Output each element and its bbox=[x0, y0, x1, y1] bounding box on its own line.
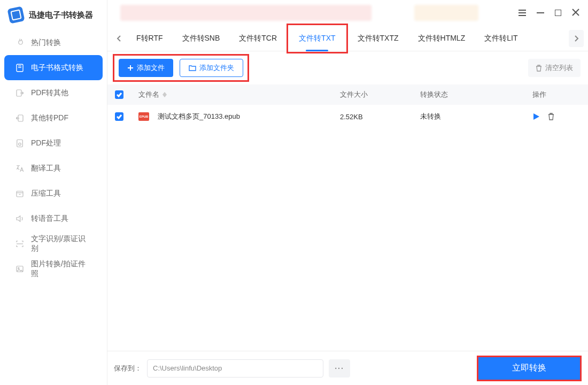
column-filename[interactable]: 文件名 bbox=[138, 90, 340, 99]
save-path-text: C:\Users\linfu\Desktop bbox=[153, 364, 222, 372]
row-checkbox[interactable] bbox=[115, 112, 123, 121]
add-folder-button[interactable]: 添加文件夹 bbox=[180, 59, 243, 77]
image-icon bbox=[15, 264, 25, 274]
sidebar: 迅捷电子书转换器 热门转换 电子书格式转换 PDF转其他 其他转PDF PDF处… bbox=[0, 0, 107, 385]
translate-icon bbox=[15, 164, 25, 173]
sidebar-item-label: PDF处理 bbox=[31, 138, 61, 148]
sort-icon bbox=[163, 92, 167, 97]
menu-icon[interactable] bbox=[519, 10, 526, 16]
tab-label: 文件转TXT bbox=[299, 34, 335, 43]
folder-icon bbox=[189, 65, 196, 71]
tab-label: 文件转TCR bbox=[239, 34, 277, 43]
table-row[interactable]: EPUB 测试文档多页_70133.epub 2.52KB 未转换 bbox=[107, 105, 588, 128]
column-label: 操作 bbox=[532, 90, 546, 98]
epub-icon: EPUB bbox=[138, 112, 149, 121]
button-label: 立即转换 bbox=[512, 363, 546, 374]
minimize-button[interactable] bbox=[537, 12, 544, 13]
tab-lit[interactable]: 文件转LIT bbox=[475, 26, 527, 51]
sidebar-item-tts[interactable]: 转语音工具 bbox=[4, 206, 103, 231]
sidebar-item-ocr[interactable]: 文字识别/票证识别 bbox=[4, 231, 103, 256]
column-size: 文件大小 bbox=[340, 90, 420, 99]
sidebar-item-label: 翻译工具 bbox=[31, 164, 61, 173]
cell-status: 未转换 bbox=[420, 112, 532, 121]
tab-tcr[interactable]: 文件转TCR bbox=[229, 26, 287, 51]
save-path-input[interactable]: C:\Users\linfu\Desktop bbox=[147, 359, 323, 378]
sidebar-item-pdf-to-other[interactable]: PDF转其他 bbox=[4, 80, 103, 105]
import-icon bbox=[15, 113, 25, 123]
trash-icon bbox=[536, 65, 542, 72]
window-controls bbox=[519, 9, 579, 18]
clear-list-button[interactable]: 清空列表 bbox=[528, 59, 581, 77]
column-label: 转换状态 bbox=[420, 90, 448, 98]
file-gear-icon bbox=[15, 138, 25, 148]
table-header: 文件名 文件大小 转换状态 操作 bbox=[107, 84, 588, 105]
cell-filename: EPUB 测试文档多页_70133.epub bbox=[138, 112, 340, 121]
tabs-scroll-left[interactable] bbox=[112, 26, 127, 51]
sidebar-item-image[interactable]: 图片转换/拍证件照 bbox=[4, 256, 103, 281]
save-to-label: 保存到： bbox=[114, 364, 142, 373]
button-label: 添加文件 bbox=[137, 63, 165, 73]
fire-icon bbox=[15, 38, 25, 48]
main-panel: F转RTF 文件转SNB 文件转TCR 文件转TXT 文件转TXTZ 文件转HT… bbox=[107, 0, 588, 385]
play-icon[interactable] bbox=[532, 113, 540, 120]
add-file-button[interactable]: 添加文件 bbox=[119, 59, 173, 77]
sidebar-item-pdf-process[interactable]: PDF处理 bbox=[4, 130, 103, 156]
tab-snb[interactable]: 文件转SNB bbox=[173, 26, 230, 51]
tab-rtf[interactable]: F转RTF bbox=[127, 26, 173, 51]
highlight-add-buttons: 添加文件 添加文件夹 bbox=[113, 54, 249, 82]
close-button[interactable] bbox=[572, 9, 579, 18]
column-checkbox bbox=[115, 90, 138, 99]
sidebar-item-label: 文字识别/票证识别 bbox=[31, 234, 92, 253]
sidebar-item-hot[interactable]: 热门转换 bbox=[4, 30, 103, 55]
titlebar bbox=[107, 0, 588, 26]
select-all-checkbox[interactable] bbox=[115, 90, 123, 99]
maximize-button[interactable] bbox=[555, 10, 561, 16]
tab-label: F转RTF bbox=[136, 34, 163, 43]
audio-icon bbox=[15, 214, 25, 224]
tab-label: 文件转SNB bbox=[182, 34, 220, 43]
format-tabs: F转RTF 文件转SNB 文件转TCR 文件转TXT 文件转TXTZ 文件转HT… bbox=[107, 26, 588, 51]
tab-txtz[interactable]: 文件转TXTZ bbox=[348, 26, 408, 51]
book-icon bbox=[15, 63, 25, 73]
svg-rect-7 bbox=[17, 191, 23, 197]
svg-marker-19 bbox=[533, 113, 539, 120]
column-label: 文件名 bbox=[138, 90, 159, 99]
sidebar-item-label: 转语音工具 bbox=[31, 214, 68, 224]
archive-icon bbox=[15, 189, 25, 198]
export-icon bbox=[15, 88, 25, 98]
svg-point-6 bbox=[19, 143, 21, 145]
redacted-banner bbox=[120, 5, 372, 21]
cell-ops bbox=[532, 113, 581, 120]
tab-txt[interactable]: 文件转TXT bbox=[289, 26, 345, 51]
scan-icon bbox=[15, 239, 25, 249]
sidebar-item-label: 压缩工具 bbox=[31, 189, 61, 198]
button-label: 添加文件夹 bbox=[199, 63, 234, 73]
convert-button[interactable]: 立即转换 bbox=[478, 357, 580, 380]
tab-label: 文件转LIT bbox=[484, 34, 517, 43]
svg-marker-18 bbox=[163, 95, 167, 97]
svg-rect-5 bbox=[17, 140, 23, 147]
tab-label: 文件转TXTZ bbox=[358, 34, 399, 43]
app-title: 迅捷电子书转换器 bbox=[29, 10, 93, 20]
svg-rect-0 bbox=[17, 64, 23, 72]
app-logo-icon bbox=[7, 6, 25, 24]
filename-text: 测试文档多页_70133.epub bbox=[158, 112, 240, 121]
tab-htmlz[interactable]: 文件转HTMLZ bbox=[408, 26, 475, 51]
sidebar-item-label: 热门转换 bbox=[31, 38, 61, 48]
tab-label: 文件转HTMLZ bbox=[418, 34, 466, 43]
browse-button[interactable]: ··· bbox=[329, 359, 350, 378]
tabs-scroll-right[interactable] bbox=[569, 30, 584, 47]
sidebar-item-label: 其他转PDF bbox=[31, 113, 68, 123]
button-label: 清空列表 bbox=[545, 63, 573, 73]
cell-size: 2.52KB bbox=[340, 113, 420, 121]
plus-icon bbox=[127, 65, 134, 71]
bottom-bar: 保存到： C:\Users\linfu\Desktop ··· 立即转换 bbox=[107, 351, 588, 385]
sidebar-item-compress[interactable]: 压缩工具 bbox=[4, 181, 103, 206]
sidebar-item-other-to-pdf[interactable]: 其他转PDF bbox=[4, 105, 103, 130]
sidebar-item-translate[interactable]: 翻译工具 bbox=[4, 156, 103, 181]
toolbar: 添加文件 添加文件夹 清空列表 bbox=[107, 51, 588, 84]
redacted-badge bbox=[414, 5, 478, 21]
sidebar-item-label: 电子书格式转换 bbox=[31, 63, 83, 73]
delete-icon[interactable] bbox=[547, 113, 555, 120]
sidebar-item-ebook[interactable]: 电子书格式转换 bbox=[4, 55, 103, 80]
